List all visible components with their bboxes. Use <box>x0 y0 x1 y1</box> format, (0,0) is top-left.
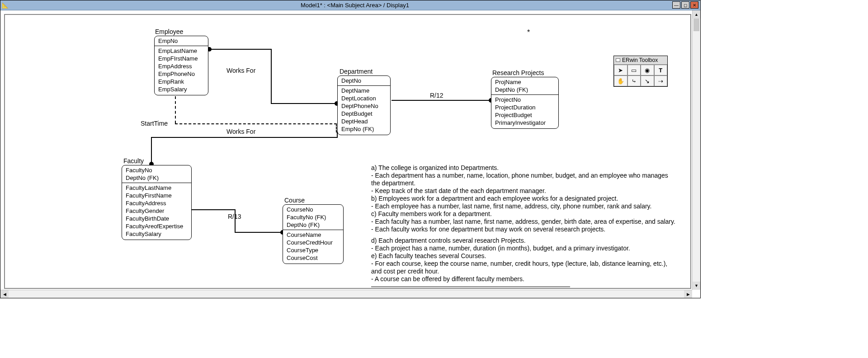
department-pk: DeptNo <box>338 76 390 86</box>
employee-pk: EmpNo <box>155 36 208 46</box>
erwin-toolbox[interactable]: ERwin Toolbox ➤ ▭ ◉ T ✋ ⤷ ↘ ⇢ <box>613 56 668 87</box>
window-frame: 📐 Model1* : <Main Subject Area> / Displa… <box>0 0 701 298</box>
tool-pointer-icon[interactable]: ➤ <box>614 65 627 75</box>
diagram-canvas[interactable]: Works For StartTime R/12 Works For R/13 <box>4 14 691 289</box>
faculty-pk: FacultyNo DeptNo (FK) <box>122 165 191 183</box>
tool-manytomany-rel-icon[interactable]: ⇢ <box>654 75 668 86</box>
scroll-down-arrow[interactable]: ▼ <box>693 282 700 290</box>
scroll-up-arrow[interactable]: ▲ <box>693 10 700 19</box>
tool-text-icon[interactable]: T <box>654 65 668 75</box>
close-button[interactable]: ✕ <box>690 1 698 9</box>
research-pk: ProjName DeptNo (FK) <box>491 77 558 95</box>
course-pk: CourseNo FacultyNo (FK) DeptNo (FK) <box>283 205 343 230</box>
toolbox-title: ERwin Toolbox <box>622 57 658 63</box>
window-title: Model1* : <Main Subject Area> / Display1 <box>9 2 700 9</box>
rel-works-for-2: Works For <box>226 128 255 135</box>
window-buttons: — ◻ ✕ <box>672 1 698 9</box>
entity-employee-label: Employee <box>155 28 183 35</box>
faculty-attrs: FacultyLastName FacultyFirstName Faculty… <box>122 183 191 239</box>
scrollbar-horizontal[interactable]: ◀ ▶ <box>0 290 692 298</box>
tool-hand-icon[interactable]: ✋ <box>614 75 627 86</box>
entity-department[interactable]: DeptNo DeptName DeptLocation DeptPhoneNo… <box>337 75 391 135</box>
rel-r12: R/12 <box>430 92 443 99</box>
toolbox-control-icon[interactable] <box>616 58 620 62</box>
rel-r13: R/13 <box>228 213 241 220</box>
toolbox-titlebar[interactable]: ERwin Toolbox <box>614 56 667 65</box>
requirements-text: a) The college is organized into Departm… <box>371 164 679 287</box>
asterisk-marker: * <box>527 28 530 37</box>
employee-attrs: EmpLastName EmpFIrstName EmpAddress EmpP… <box>155 46 208 94</box>
entity-course-label: Course <box>284 197 305 204</box>
entity-research[interactable]: ProjName DeptNo (FK) ProjectNo ProjectDu… <box>491 77 559 129</box>
entity-faculty-label: Faculty <box>123 157 144 165</box>
tool-nonidentifying-rel-icon[interactable]: ↘ <box>641 75 654 86</box>
tool-identifying-rel-icon[interactable]: ⤷ <box>627 75 641 86</box>
tool-entity-icon[interactable]: ▭ <box>627 65 641 75</box>
app-icon: 📐 <box>0 2 9 9</box>
tool-label-icon[interactable]: ◉ <box>641 65 654 75</box>
rel-start-time: StartTime <box>141 120 168 127</box>
minimize-button[interactable]: — <box>672 1 680 9</box>
entity-course[interactable]: CourseNo FacultyNo (FK) DeptNo (FK) Cour… <box>283 204 344 264</box>
entity-research-label: Research Projects <box>492 69 544 76</box>
course-attrs: CourseName CourseCredtHour CourseType Co… <box>283 230 343 263</box>
scrollbar-vertical[interactable]: ▲ ▼ <box>692 10 700 290</box>
entity-department-label: Department <box>340 68 373 75</box>
research-attrs: ProjectNo ProjectDuration ProjectBudget … <box>491 95 558 127</box>
scroll-thumb-v[interactable] <box>693 19 699 31</box>
rel-works-for-1: Works For <box>226 67 255 74</box>
maximize-button[interactable]: ◻ <box>681 1 689 9</box>
titlebar[interactable]: 📐 Model1* : <Main Subject Area> / Displa… <box>0 0 700 10</box>
department-attrs: DeptName DeptLocation DeptPhoneNo DeptBu… <box>338 86 390 134</box>
entity-faculty[interactable]: FacultyNo DeptNo (FK) FacultyLastName Fa… <box>122 165 192 240</box>
scroll-left-arrow[interactable]: ◀ <box>0 290 9 298</box>
entity-employee[interactable]: EmpNo EmpLastName EmpFIrstName EmpAddres… <box>154 36 208 95</box>
scroll-right-arrow[interactable]: ▶ <box>684 290 692 298</box>
